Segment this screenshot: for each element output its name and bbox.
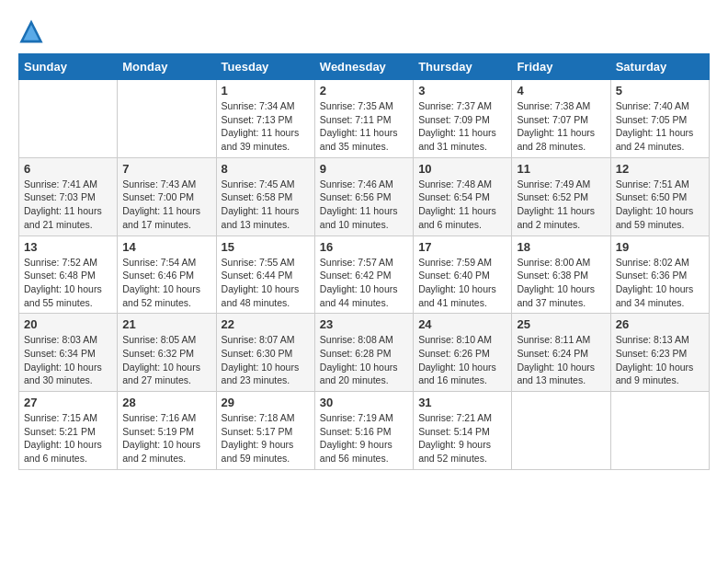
day-cell	[19, 80, 118, 158]
day-info: Sunrise: 8:07 AMSunset: 6:30 PMDaylight:…	[222, 333, 310, 387]
week-row-5: 27Sunrise: 7:15 AMSunset: 5:21 PMDayligh…	[19, 392, 710, 470]
day-number: 10	[418, 162, 506, 176]
day-cell: 27Sunrise: 7:15 AMSunset: 5:21 PMDayligh…	[19, 392, 118, 470]
day-info: Sunrise: 7:45 AMSunset: 6:58 PMDaylight:…	[222, 178, 310, 232]
day-number: 13	[24, 240, 112, 254]
day-number: 23	[320, 317, 408, 331]
day-info: Sunrise: 7:35 AMSunset: 7:11 PMDaylight:…	[320, 99, 408, 154]
day-info: Sunrise: 8:02 AMSunset: 6:36 PMDaylight:…	[616, 256, 704, 310]
day-number: 21	[122, 317, 210, 331]
day-cell: 11Sunrise: 7:49 AMSunset: 6:52 PMDayligh…	[512, 157, 610, 236]
day-cell: 29Sunrise: 7:18 AMSunset: 5:17 PMDayligh…	[216, 392, 314, 470]
day-number: 31	[418, 396, 506, 409]
day-number: 24	[418, 317, 506, 331]
day-cell: 22Sunrise: 8:07 AMSunset: 6:30 PMDayligh…	[216, 314, 314, 392]
day-cell: 23Sunrise: 8:08 AMSunset: 6:28 PMDayligh…	[314, 314, 413, 392]
day-info: Sunrise: 8:03 AMSunset: 6:34 PMDaylight:…	[24, 333, 112, 387]
day-number: 11	[517, 162, 605, 176]
day-cell: 10Sunrise: 7:48 AMSunset: 6:54 PMDayligh…	[414, 157, 512, 236]
day-number: 15	[222, 240, 310, 254]
day-number: 2	[320, 84, 408, 98]
day-number: 27	[24, 396, 112, 409]
day-number: 16	[320, 240, 408, 254]
day-cell: 13Sunrise: 7:52 AMSunset: 6:48 PMDayligh…	[19, 236, 118, 314]
day-info: Sunrise: 7:49 AMSunset: 6:52 PMDaylight:…	[517, 178, 605, 232]
day-number: 19	[616, 240, 704, 254]
day-info: Sunrise: 7:57 AMSunset: 6:42 PMDaylight:…	[320, 256, 408, 310]
day-info: Sunrise: 7:15 AMSunset: 5:21 PMDaylight:…	[24, 411, 112, 465]
day-info: Sunrise: 7:52 AMSunset: 6:48 PMDaylight:…	[24, 256, 112, 310]
week-row-4: 20Sunrise: 8:03 AMSunset: 6:34 PMDayligh…	[19, 314, 710, 392]
day-info: Sunrise: 8:05 AMSunset: 6:32 PMDaylight:…	[122, 333, 210, 387]
day-number: 4	[517, 84, 605, 98]
day-cell: 20Sunrise: 8:03 AMSunset: 6:34 PMDayligh…	[19, 314, 118, 392]
day-number: 18	[517, 240, 605, 254]
day-info: Sunrise: 7:51 AMSunset: 6:50 PMDaylight:…	[616, 178, 704, 232]
day-cell: 26Sunrise: 8:13 AMSunset: 6:23 PMDayligh…	[610, 314, 709, 392]
weekday-header-saturday: Saturday	[610, 54, 709, 80]
day-number: 7	[122, 162, 210, 176]
day-cell	[512, 392, 610, 470]
day-info: Sunrise: 8:08 AMSunset: 6:28 PMDaylight:…	[320, 333, 408, 387]
day-number: 29	[222, 396, 310, 409]
logo	[18, 18, 48, 44]
day-info: Sunrise: 7:18 AMSunset: 5:17 PMDaylight:…	[222, 411, 310, 465]
week-row-3: 13Sunrise: 7:52 AMSunset: 6:48 PMDayligh…	[19, 236, 710, 314]
day-cell: 17Sunrise: 7:59 AMSunset: 6:40 PMDayligh…	[414, 236, 512, 314]
weekday-header-monday: Monday	[118, 54, 216, 80]
weekday-header-row: SundayMondayTuesdayWednesdayThursdayFrid…	[19, 54, 710, 80]
week-row-1: 1Sunrise: 7:34 AMSunset: 7:13 PMDaylight…	[19, 80, 710, 158]
day-info: Sunrise: 8:00 AMSunset: 6:38 PMDaylight:…	[517, 256, 605, 310]
day-cell: 21Sunrise: 8:05 AMSunset: 6:32 PMDayligh…	[118, 314, 216, 392]
day-number: 1	[222, 84, 310, 98]
day-cell: 3Sunrise: 7:37 AMSunset: 7:09 PMDaylight…	[414, 80, 512, 158]
day-info: Sunrise: 7:55 AMSunset: 6:44 PMDaylight:…	[222, 256, 310, 310]
weekday-header-wednesday: Wednesday	[314, 54, 413, 80]
day-info: Sunrise: 7:16 AMSunset: 5:19 PMDaylight:…	[122, 411, 210, 465]
day-info: Sunrise: 7:41 AMSunset: 7:03 PMDaylight:…	[24, 178, 112, 232]
day-info: Sunrise: 7:59 AMSunset: 6:40 PMDaylight:…	[418, 256, 506, 310]
day-info: Sunrise: 7:48 AMSunset: 6:54 PMDaylight:…	[418, 178, 506, 232]
day-info: Sunrise: 7:37 AMSunset: 7:09 PMDaylight:…	[418, 99, 506, 154]
day-cell: 19Sunrise: 8:02 AMSunset: 6:36 PMDayligh…	[610, 236, 709, 314]
day-info: Sunrise: 7:40 AMSunset: 7:05 PMDaylight:…	[616, 99, 704, 154]
day-cell	[610, 392, 709, 470]
weekday-header-tuesday: Tuesday	[216, 54, 314, 80]
weekday-header-sunday: Sunday	[19, 54, 118, 80]
day-cell: 18Sunrise: 8:00 AMSunset: 6:38 PMDayligh…	[512, 236, 610, 314]
day-cell: 5Sunrise: 7:40 AMSunset: 7:05 PMDaylight…	[610, 80, 709, 158]
day-info: Sunrise: 8:11 AMSunset: 6:24 PMDaylight:…	[517, 333, 605, 387]
day-cell: 15Sunrise: 7:55 AMSunset: 6:44 PMDayligh…	[216, 236, 314, 314]
day-number: 28	[122, 396, 210, 409]
day-number: 12	[616, 162, 704, 176]
day-cell: 12Sunrise: 7:51 AMSunset: 6:50 PMDayligh…	[610, 157, 709, 236]
day-number: 9	[320, 162, 408, 176]
day-cell: 16Sunrise: 7:57 AMSunset: 6:42 PMDayligh…	[314, 236, 413, 314]
day-cell: 30Sunrise: 7:19 AMSunset: 5:16 PMDayligh…	[314, 392, 413, 470]
day-info: Sunrise: 8:13 AMSunset: 6:23 PMDaylight:…	[616, 333, 704, 387]
day-number: 5	[616, 84, 704, 98]
day-cell: 4Sunrise: 7:38 AMSunset: 7:07 PMDaylight…	[512, 80, 610, 158]
day-cell: 9Sunrise: 7:46 AMSunset: 6:56 PMDaylight…	[314, 157, 413, 236]
day-number: 20	[24, 317, 112, 331]
day-cell	[118, 80, 216, 158]
day-cell: 24Sunrise: 8:10 AMSunset: 6:26 PMDayligh…	[414, 314, 512, 392]
day-cell: 25Sunrise: 8:11 AMSunset: 6:24 PMDayligh…	[512, 314, 610, 392]
day-number: 22	[222, 317, 310, 331]
day-cell: 8Sunrise: 7:45 AMSunset: 6:58 PMDaylight…	[216, 157, 314, 236]
weekday-header-friday: Friday	[512, 54, 610, 80]
day-info: Sunrise: 7:54 AMSunset: 6:46 PMDaylight:…	[122, 256, 210, 310]
day-info: Sunrise: 7:34 AMSunset: 7:13 PMDaylight:…	[222, 99, 310, 154]
day-info: Sunrise: 7:46 AMSunset: 6:56 PMDaylight:…	[320, 178, 408, 232]
day-info: Sunrise: 7:21 AMSunset: 5:14 PMDaylight:…	[418, 411, 506, 465]
day-info: Sunrise: 8:10 AMSunset: 6:26 PMDaylight:…	[418, 333, 506, 387]
day-info: Sunrise: 7:38 AMSunset: 7:07 PMDaylight:…	[517, 99, 605, 154]
day-cell: 28Sunrise: 7:16 AMSunset: 5:19 PMDayligh…	[118, 392, 216, 470]
day-number: 8	[222, 162, 310, 176]
day-info: Sunrise: 7:43 AMSunset: 7:00 PMDaylight:…	[122, 178, 210, 232]
day-number: 30	[320, 396, 408, 409]
week-row-2: 6Sunrise: 7:41 AMSunset: 7:03 PMDaylight…	[19, 157, 710, 236]
day-cell: 14Sunrise: 7:54 AMSunset: 6:46 PMDayligh…	[118, 236, 216, 314]
day-info: Sunrise: 7:19 AMSunset: 5:16 PMDaylight:…	[320, 411, 408, 465]
day-cell: 31Sunrise: 7:21 AMSunset: 5:14 PMDayligh…	[414, 392, 512, 470]
